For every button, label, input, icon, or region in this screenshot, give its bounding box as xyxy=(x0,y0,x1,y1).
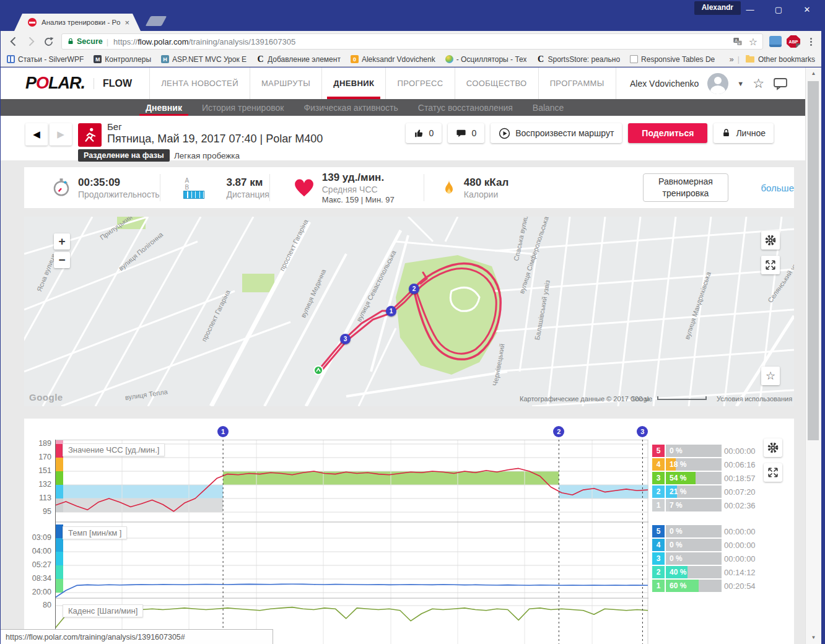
bookmark-item[interactable]: CSportsStore: реально xyxy=(536,55,620,64)
bookmark-label: SportsStore: реально xyxy=(548,55,620,64)
polar-nav-прогресс[interactable]: ПРОГРЕСС xyxy=(386,67,455,99)
url-text: https://flow.polar.com/training/analysis… xyxy=(113,37,733,46)
private-button[interactable]: Личное xyxy=(714,123,774,143)
polar-nav-дневник[interactable]: ДНЕВНИК xyxy=(322,67,386,99)
favorites-star-icon[interactable]: ☆ xyxy=(753,76,764,91)
chart-lap-marker[interactable]: 2 xyxy=(553,426,564,437)
avatar[interactable] xyxy=(707,73,728,94)
browser-status-bar: https://flow.polar.com/training/analysis… xyxy=(1,629,273,644)
zone-number: 4 xyxy=(652,458,665,471)
bookmark-item[interactable]: Responsive Tables De xyxy=(630,55,715,64)
bookmarks-bar: Статьи - SilverWPFMКонтроллерыHASP.NET M… xyxy=(1,52,821,67)
axis-tick-label: 03:09 xyxy=(24,533,51,542)
extension-icon[interactable] xyxy=(769,36,782,47)
training-benefit-button[interactable]: Равномерная тренировка xyxy=(643,173,729,202)
bookmark-favicon-icon xyxy=(445,55,453,63)
zone-percent: 18 % xyxy=(670,458,686,471)
polar-nav-маршруты[interactable]: МАРШРУТЫ xyxy=(250,67,322,99)
tab-close-icon[interactable]: × xyxy=(124,18,129,27)
route-lap-marker[interactable]: 2 xyxy=(409,284,419,294)
phases-tooltip: Разделение на фазы xyxy=(78,149,170,162)
share-button[interactable]: Поделиться xyxy=(628,123,707,143)
flame-icon xyxy=(442,178,456,198)
subnav-статус-восстановления[interactable]: Статус восстановления xyxy=(408,99,523,116)
back-button[interactable] xyxy=(6,33,22,50)
axis-tick-label: 08:34 xyxy=(24,574,51,583)
comment-button[interactable]: 0 xyxy=(448,123,484,143)
bookmark-favicon-icon: C xyxy=(536,55,544,63)
map-zoom-out-button[interactable]: − xyxy=(54,252,70,268)
bookmark-label: Контроллеры xyxy=(105,55,151,64)
subnav-физическая-активность[interactable]: Физическая активность xyxy=(294,99,408,116)
close-button[interactable]: ✕ xyxy=(793,0,821,19)
next-session-button[interactable]: ▶ xyxy=(50,123,72,146)
chart-fullscreen-button[interactable] xyxy=(764,463,782,482)
more-link[interactable]: больше xyxy=(761,183,794,193)
scrollbar-thumb[interactable] xyxy=(808,81,819,440)
user-name[interactable]: Alex Vdovichenko xyxy=(630,79,699,89)
route-lap-marker[interactable]: 3 xyxy=(340,334,351,344)
chart-settings-button[interactable] xyxy=(764,438,782,457)
hr-zone-row: 50 % xyxy=(652,445,722,457)
maximize-button[interactable]: ▢ xyxy=(764,0,793,19)
chat-icon[interactable] xyxy=(773,77,788,90)
map-favorite-button[interactable]: ☆ xyxy=(761,367,780,385)
flow-logo[interactable]: FLOW xyxy=(94,78,132,89)
map-zoom-in-button[interactable]: + xyxy=(54,233,70,250)
polar-nav-сообщество[interactable]: СООБЩЕСТВО xyxy=(455,67,539,99)
bookmark-item[interactable]: CДобавление элемент xyxy=(256,55,341,64)
bookmark-item[interactable]: 0Aleksandr Vdovichenk xyxy=(351,55,435,64)
scroll-down-icon[interactable]: ▼ xyxy=(806,633,821,643)
charts-panel: 123 1891701511321139503:0904:0005:2708:3… xyxy=(24,419,794,644)
polar-logo[interactable]: POLAR. xyxy=(25,74,85,93)
bookmark-item[interactable]: Статьи - SilverWPF xyxy=(7,55,84,64)
other-bookmarks-button[interactable]: Other bookmarks xyxy=(746,55,815,64)
polar-nav-программы[interactable]: ПРОГРАММЫ xyxy=(539,67,616,99)
subnav-дневник[interactable]: Дневник xyxy=(136,99,192,116)
replay-route-button[interactable]: Воспроизвести маршрут xyxy=(491,123,622,143)
new-tab-button[interactable] xyxy=(146,16,167,26)
bookmarks-overflow-button[interactable]: » xyxy=(730,54,734,64)
prev-session-button[interactable]: ◀ xyxy=(25,123,48,146)
scroll-up-icon[interactable]: ▲ xyxy=(806,69,821,79)
duration-value: 00:35:09 xyxy=(78,176,160,189)
bookmark-item[interactable]: - Осцилляторы - Тех xyxy=(445,55,527,64)
bookmark-item[interactable]: MКонтроллеры xyxy=(94,55,151,64)
subnav-история-тренировок[interactable]: История тренировок xyxy=(192,99,294,116)
google-logo: Google xyxy=(29,392,63,402)
translate-icon[interactable]: Aя xyxy=(733,37,743,46)
map-terms-link[interactable]: Условия использования xyxy=(717,395,792,402)
chevron-down-icon[interactable]: ▼ xyxy=(737,80,744,87)
route-lap-marker[interactable]: 1 xyxy=(386,306,396,316)
subnav-balance[interactable]: Balance xyxy=(523,99,574,116)
adblock-icon[interactable]: ABP7 xyxy=(787,35,800,48)
reload-button[interactable] xyxy=(40,33,56,50)
bookmark-star-icon[interactable]: ☆ xyxy=(749,36,757,48)
thumbs-up-icon xyxy=(414,128,424,139)
like-button[interactable]: 0 xyxy=(406,123,442,143)
page-scrollbar[interactable]: ▲ ▼ xyxy=(805,67,821,644)
chart-lap-marker[interactable]: 1 xyxy=(217,426,229,437)
pace-zone-row: 160 % xyxy=(652,580,722,592)
map-settings-button[interactable] xyxy=(761,231,780,250)
charts-plot[interactable] xyxy=(55,440,648,644)
polar-nav-лента-новостей[interactable]: ЛЕНТА НОВОСТЕЙ xyxy=(149,67,250,99)
bookmark-favicon-icon: C xyxy=(256,55,264,63)
map-scale-label: 100 м xyxy=(631,395,649,402)
address-bar[interactable]: Secure | https://flow.polar.com/training… xyxy=(61,33,763,50)
hr-maxmin: Макс. 159 | Мин. 97 xyxy=(322,195,395,204)
chrome-profile-badge[interactable]: Alexandr xyxy=(694,1,741,15)
hr-zone-row: 221 % xyxy=(652,485,722,498)
bookmark-item[interactable]: HASP.NET MVC Урок Е xyxy=(161,55,247,64)
chart-lap-marker[interactable]: 3 xyxy=(637,426,648,437)
minimize-button[interactable]: — xyxy=(736,0,764,19)
browser-tab[interactable]: Анализ тренировки - Po × xyxy=(14,14,141,31)
chart-title: Каденс [Шаги/мин] xyxy=(63,604,143,617)
bookmark-label: Aleksandr Vdovichenk xyxy=(362,55,435,64)
forward-button[interactable] xyxy=(23,33,39,50)
chrome-menu-button[interactable] xyxy=(805,38,816,46)
map-fullscreen-button[interactable] xyxy=(761,256,780,274)
route-map[interactable]: Ясна вулицяПрилуцький провулоквулиця Пол… xyxy=(24,217,794,406)
svg-text:я: я xyxy=(738,41,740,45)
running-icon xyxy=(78,123,102,147)
